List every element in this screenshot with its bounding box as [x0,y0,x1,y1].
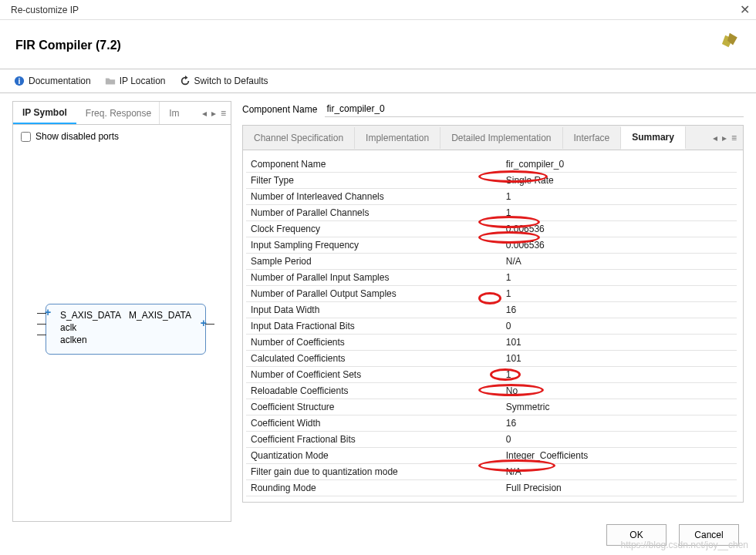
close-icon[interactable]: ✕ [740,2,750,17]
summary-key: Coefficient Fractional Bits [246,432,501,448]
documentation-link[interactable]: i Documentation [14,76,91,86]
table-row: Number of Parallel Channels1 [246,205,737,221]
header: FIR Compiler (7.2) [0,20,756,69]
summary-value: 0.006536 [501,237,737,254]
summary-value: 0 [501,318,737,335]
left-tab-nav: ◂ ▸ ≡ [197,108,231,119]
window-title: Re-customize IP [11,5,740,15]
summary-value: 16 [501,415,737,432]
port-line [37,324,46,325]
summary-value: 0 [501,432,737,448]
summary-value: 1 [501,189,737,205]
summary-key: Number of Interleaved Channels [246,189,501,205]
summary-key: Filter gain due to quantization mode [246,464,501,480]
switch-defaults-label: Switch to Defaults [194,76,268,86]
expand-in-icon[interactable]: + [45,306,51,318]
summary-key: Number of Parallel Channels [246,205,501,221]
switch-defaults-link[interactable]: Switch to Defaults [180,76,268,86]
summary-key: Clock Frequency [246,221,501,237]
port-line [205,324,214,325]
summary-value: 101 [501,335,737,351]
show-disabled-input[interactable] [21,132,31,142]
table-row: Clock Frequency0.006536 [246,221,737,237]
table-row: Filter TypeSingle Rate [246,173,737,189]
summary-value: Symmetric [501,399,737,415]
summary-value: No [501,383,737,399]
summary-key: Rounding Mode [246,480,501,496]
summary-key: Input Data Fractional Bits [246,318,501,335]
port-s-axis-data: S_AXIS_DATA [60,310,121,321]
documentation-label: Documentation [29,76,91,86]
table-row: Reloadable CoefficientsNo [246,383,737,399]
tab-summary[interactable]: Summary [621,126,686,150]
table-row: Calculated Coefficients101 [246,351,737,367]
summary-content[interactable]: Component Namefir_compiler_0Filter TypeS… [243,150,743,502]
summary-value: N/A [501,464,737,480]
summary-key: Coefficient Structure [246,399,501,415]
tab-next-icon[interactable]: ▸ [210,108,218,119]
tab-freq-response[interactable]: Freq. Response [76,103,160,123]
tab-prev-icon[interactable]: ◂ [201,108,208,119]
svg-text:i: i [19,76,21,86]
folder-icon [105,76,116,86]
summary-key: Number of Coefficients [246,335,501,351]
config-tab-bar: Channel Specification Implementation Det… [243,126,743,150]
table-row: Quantization ModeInteger_Coefficients [246,448,737,464]
component-name-row: Component Name [242,101,744,117]
summary-value: N/A [501,254,737,270]
summary-value: 0.006536 [501,221,737,237]
main-area: IP Symbol Freq. Response Im ◂ ▸ ≡ Show d… [0,93,756,522]
table-row: Number of Parallel Output Samples1 [246,286,737,302]
expand-out-icon[interactable]: + [201,317,207,329]
table-row: Number of Parallel Input Samples1 [246,270,737,286]
toolbar: i Documentation IP Location Switch to De… [0,69,756,93]
vendor-logo-icon [714,31,741,59]
table-row: Coefficient Width16 [246,415,737,432]
left-tab-bar: IP Symbol Freq. Response Im ◂ ▸ ≡ [13,102,231,125]
tab-menu-icon[interactable]: ≡ [219,108,228,119]
tab-implementation[interactable]: Implementation [355,127,440,149]
port-m-axis-data: M_AXIS_DATA [129,310,191,321]
summary-key: Number of Parallel Output Samples [246,286,501,302]
summary-key: Sample Period [246,254,501,270]
ip-location-link[interactable]: IP Location [105,76,166,86]
summary-table: Component Namefir_compiler_0Filter TypeS… [246,156,737,496]
table-row: Filter gain due to quantization modeN/A [246,464,737,480]
ip-title: FIR Compiler (7.2) [15,39,121,52]
summary-value: 1 [501,270,737,286]
rtab-menu-icon[interactable]: ≡ [730,133,738,143]
summary-value: 101 [501,351,737,367]
refresh-icon [180,76,191,86]
ok-button[interactable]: OK [606,524,667,546]
show-disabled-checkbox[interactable]: Show disabled ports [21,131,223,142]
summary-value: Full Precision [501,480,737,496]
table-row: Coefficient StructureSymmetric [246,399,737,415]
cancel-button[interactable]: Cancel [679,524,739,546]
port-aclken: aclken [60,335,87,345]
info-icon: i [14,76,25,86]
table-row: Coefficient Fractional Bits0 [246,432,737,448]
summary-key: Reloadable Coefficients [246,383,501,399]
tab-implementation-truncated[interactable]: Im [160,103,183,123]
table-row: Rounding ModeFull Precision [246,480,737,496]
summary-key: Input Data Width [246,302,501,318]
table-row: Component Namefir_compiler_0 [246,156,737,173]
rtab-next-icon[interactable]: ▸ [721,133,728,143]
component-name-input[interactable] [325,101,744,117]
table-row: Input Data Fractional Bits0 [246,318,737,335]
left-body: Show disabled ports + + S_AXIS_DATAM_AXI… [13,125,231,521]
tab-interface[interactable]: Interface [563,127,622,149]
summary-value: 1 [501,286,737,302]
tab-detailed-impl[interactable]: Detailed Implementation [440,127,562,149]
config-panel: Channel Specification Implementation Det… [242,125,744,503]
config-tab-nav: ◂ ▸ ≡ [707,133,743,143]
rtab-prev-icon[interactable]: ◂ [711,133,719,143]
tab-ip-symbol[interactable]: IP Symbol [13,103,76,124]
tab-channel-spec[interactable]: Channel Specification [243,127,355,149]
summary-key: Filter Type [246,173,501,189]
ip-location-label: IP Location [120,76,166,86]
port-line [37,313,46,314]
port-line [37,335,46,335]
show-disabled-label: Show disabled ports [35,131,119,142]
summary-key: Component Name [246,156,501,173]
